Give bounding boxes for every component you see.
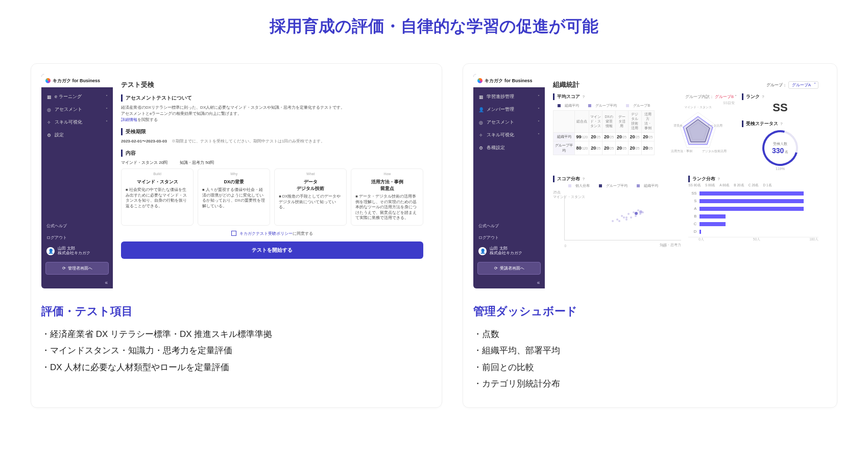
scatter-dot [639,210,642,213]
rankbar-legend-item: D 1名 [763,183,771,188]
sidebar-item-elearning[interactable]: ▦ e ラーニング ˅ [41,90,113,103]
sidebar-item-settings[interactable]: ⚙ 設定 [41,129,113,141]
policy-link[interactable]: キカガクテスト受験ポリシー [239,231,293,236]
chevron-down-icon: ˅ [106,94,108,99]
brand-text: キカガク for Business [53,78,100,84]
group-dropdown[interactable]: グループA [788,81,818,89]
period-title: 受検期限 [121,128,423,135]
card-desc: ■ 社会変化の中で新たな価値を生み出すために必要なマインド・スタンスを知り、自身… [126,187,189,209]
rankbar-legend: SS 80名S 80名A 80名B 20名C 20名D 1名 [688,183,818,188]
gear-icon: ⚙ [46,133,52,138]
avg-score-table: 総合点マインド・スタンスDXの背景情報データ活用デジタル技術活用活用方法・事例組… [553,110,655,155]
period-note: ※期限までに、テストを受検してください。期間中テストは1回のみ受検できます。 [172,139,325,143]
card-desc: ■ DX推進の手段としてのデータやデジタル技術について知っている。 [279,194,342,210]
brand-text: キカガク for Business [485,78,532,84]
collapse-sidebar-button[interactable]: « [41,278,113,288]
help-icon[interactable]: ? [582,177,585,181]
mock-main-left: テスト受検 アセスメントテストについて 経済産業省のDXリテラシー標準に則った、… [113,74,431,288]
logout-link[interactable]: ログアウト [473,232,545,244]
sidebar-item-assessment[interactable]: ◎ アセスメント ˅ [473,116,545,129]
detail-link-row: 詳細情報を閲覧する [121,117,423,123]
status-donut: 受検人数 330 名 [756,124,805,173]
rankbar-title-text: ランク分布 [692,176,715,182]
swap-icon: ⟳ [62,266,66,271]
sidebar-item-label: メンバー管理 [487,106,514,113]
page-title: 採用育成の評価・自律的な学習の促進が可能 [31,15,837,38]
detail-link[interactable]: 詳細情報 [121,117,137,122]
help-icon[interactable]: ? [780,122,783,126]
help-link[interactable]: 公式ヘルプ [473,220,545,232]
bullet-item: マインドスタンス・知識力・思考力を定量評価 [41,343,431,359]
period-row: 2023-02-01〜2023-03-03 ※期限までに、テストを受検してくださ… [121,138,423,144]
help-icon[interactable]: ? [717,177,720,181]
content-card: Buildマインド・スタンス■ 社会変化の中で新たな価値を生み出すために必要なマ… [121,168,194,226]
sidebar-item-assessment[interactable]: ◎ アセスメント ˅ [41,103,113,116]
subgroup-selector[interactable]: グループ内訳： グループB ˅ [685,94,737,100]
sidebar-item-label: スキル可視化 [487,132,514,138]
scatter-title-text: スコア分布 [557,176,580,182]
sidebar-item-progress[interactable]: ▦ 学習進捗管理 ˅ [473,90,545,103]
sidebar-item-members[interactable]: 👤 メンバー管理 ˅ [473,103,545,116]
card-title: 活用方法・事例留意点 [355,179,419,192]
scatter-title: スコア分布 ? [553,176,683,182]
rankbar-row: SS [688,191,818,196]
chevron-down-icon: ˅ [538,94,540,99]
group-label: グループ： [766,83,787,87]
brand: キカガク for Business [473,74,545,87]
sidebar-item-label: アセスメント [487,119,514,126]
user-badge: 👤 山田 太郎 株式会社キカガク [41,244,113,259]
sidebar-item-label: スキル可視化 [55,119,82,126]
rankbar-bar [700,214,726,219]
scatter-dot [625,219,628,221]
content-counts: マインド・スタンス 20問 知識・思考力 50問 [121,160,423,165]
agree-checkbox[interactable] [231,231,236,236]
grid-icon: ▦ [478,94,484,100]
legend-org: 組織平均 [565,104,579,107]
about-title: アセスメントテストについて [121,94,423,102]
content-title: 内容 [121,150,423,157]
bullet-item: 経済産業省 DX リテラシー標準・DX 推進スキル標準準拠 [41,326,431,343]
rankbar-label: S [688,199,696,203]
sidebar-item-skill[interactable]: ✧ スキル可視化 ˅ [41,116,113,129]
rankbar-row: B [688,214,818,219]
scatter-leg-2: グループ平均 [606,184,628,187]
card-title: データデジタル技術 [279,179,342,192]
scatter-dot [618,220,620,222]
scatter-dot [621,215,623,217]
collapse-sidebar-button[interactable]: « [473,278,545,288]
sidebar-item-label: 設定 [55,132,64,138]
scatter-dot [623,216,625,219]
admin-screen-button[interactable]: ⟳ 管理者画面へ [45,262,109,275]
rankbar-row: A [688,206,818,211]
rankbar-label: D [688,229,696,234]
sidebar-item-various-settings[interactable]: ⚙ 各種設定 [473,141,545,154]
start-test-button[interactable]: テストを開始する [121,241,423,259]
sidebar-item-skill[interactable]: ✧ スキル可視化 ˅ [473,129,545,141]
help-link[interactable]: 公式ヘルプ [41,220,113,232]
scatter-dot [612,220,614,222]
rankbar-legend-item: S 80名 [705,183,715,188]
card-title: マインド・スタンス [126,179,189,185]
brand: キカガク for Business [41,74,113,87]
rankbar-label: C [688,222,696,226]
chevron-down-icon: ˅ [538,120,540,125]
legend-group: グループ平均 [595,104,617,107]
person-icon: 👤 [478,107,484,112]
help-icon[interactable]: ? [582,94,585,99]
content-card: How活用方法・事例留意点■ データ・デジタル技術の活用事例を理解し、その実現の… [351,168,423,226]
subgroup-label: グループ内訳： [685,94,714,99]
rankbar-bar [700,191,804,196]
content-cards: Buildマインド・スタンス■ 社会変化の中で新たな価値を生み出すために必要なマ… [121,168,423,226]
scatter-tick0: 0 [564,244,566,248]
subgroup-value: グループB [715,94,734,99]
rankbar-bar [700,230,701,234]
logout-link[interactable]: ログアウト [41,232,113,244]
target-icon: ◎ [46,107,52,112]
help-icon[interactable]: ? [762,94,764,99]
bullet-item: DX 人材に必要な人材類型やロールを定量評価 [41,359,431,376]
avg-score-panel: 平均スコア ? グループ内訳： グループB ˅ 組織平均 [553,93,737,171]
test-page-title: テスト受検 [121,80,423,89]
scatter-dot [635,212,638,215]
mock-sidebar-left: キカガク for Business ▦ e ラーニング ˅ ◎ アセスメント ˅… [41,74,113,288]
learner-screen-button[interactable]: ⟳ 受講者画面へ [477,262,541,275]
